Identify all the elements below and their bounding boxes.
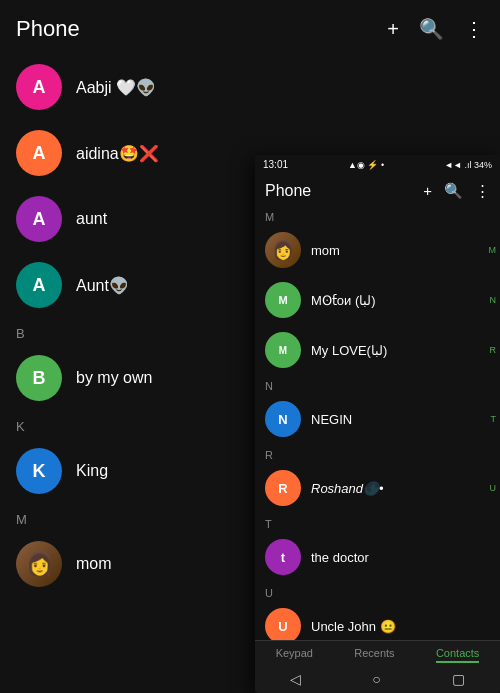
status-icons: ▲◉ ⚡ • (348, 160, 384, 170)
tab-recents[interactable]: Recents (354, 647, 394, 663)
overlay-contact-name: My LOVE(لبا) (311, 343, 490, 358)
overlay-search-icon[interactable]: 🔍 (444, 182, 463, 200)
overlay-avatar: M (265, 282, 301, 318)
contact-name: by my own (76, 369, 152, 387)
overlay-bottom-nav: Keypad Recents Contacts ◁ ○ ▢ (255, 640, 500, 693)
overlay-section-t: T (255, 513, 500, 532)
header-icons: + 🔍 ⋮ (387, 17, 484, 41)
list-item[interactable]: M Mʘƭoи (لبا) N (255, 275, 500, 325)
avatar: B (16, 355, 62, 401)
android-nav-bar: ◁ ○ ▢ (255, 667, 500, 693)
avatar: A (16, 262, 62, 308)
list-item[interactable]: R Roshand🌑• U (255, 463, 500, 513)
overlay-contact-name: NEGIN (311, 412, 490, 427)
contact-name: mom (76, 555, 112, 573)
overlay-contact-list: M 👩 mom M M Mʘƭoи (لبا) N M My LOVE(لبا)… (255, 206, 500, 644)
add-icon[interactable]: + (387, 18, 399, 41)
overlay-contact-name: Roshand🌑• (311, 481, 490, 496)
overlay-title: Phone (265, 182, 423, 200)
battery-info: ◄◄ .ıl 34% (444, 160, 492, 170)
overlay-avatar: t (265, 539, 301, 575)
main-app-title: Phone (16, 16, 387, 42)
avatar: A (16, 196, 62, 242)
contact-name: King (76, 462, 108, 480)
status-time: 13:01 (263, 159, 288, 170)
overlay-contact-name: Uncle John 😐 (311, 619, 490, 634)
back-button[interactable]: ◁ (290, 671, 301, 687)
contact-name: Aunt👽 (76, 276, 129, 295)
overlay-more-icon[interactable]: ⋮ (475, 182, 490, 200)
list-item[interactable]: 👩 mom M (255, 225, 500, 275)
overlay-section-m: M (255, 206, 500, 225)
overlay-avatar: M (265, 332, 301, 368)
avatar: A (16, 64, 62, 110)
list-item[interactable]: N NEGIN T (255, 394, 500, 444)
contact-name: Aabji 🤍👽 (76, 78, 156, 97)
overlay-contact-name: the doctor (311, 550, 490, 565)
main-header: Phone + 🔍 ⋮ (0, 0, 500, 54)
overlay-contact-name: mom (311, 243, 490, 258)
overlay-avatar: U (265, 608, 301, 644)
status-bar: 13:01 ▲◉ ⚡ • ◄◄ .ıl 34% (255, 155, 500, 174)
avatar: K (16, 448, 62, 494)
contact-name: aunt (76, 210, 107, 228)
more-icon[interactable]: ⋮ (464, 17, 484, 41)
nav-tabs: Keypad Recents Contacts (255, 641, 500, 667)
tab-contacts[interactable]: Contacts (436, 647, 479, 663)
avatar: 👩 (16, 541, 62, 587)
overlay-section-r: R (255, 444, 500, 463)
search-icon[interactable]: 🔍 (419, 17, 444, 41)
overlay-header-icons: + 🔍 ⋮ (423, 182, 490, 200)
recents-button[interactable]: ▢ (452, 671, 465, 687)
list-item[interactable]: M My LOVE(لبا) R (255, 325, 500, 375)
overlay-avatar: R (265, 470, 301, 506)
overlay-add-icon[interactable]: + (423, 182, 432, 200)
list-item[interactable]: t the doctor (255, 532, 500, 582)
home-button[interactable]: ○ (372, 671, 380, 687)
avatar: A (16, 130, 62, 176)
list-item[interactable]: A Aabji 🤍👽 (0, 54, 500, 120)
overlay-avatar: 👩 (265, 232, 301, 268)
contact-name: aidina🤩❌ (76, 144, 159, 163)
overlay-avatar: N (265, 401, 301, 437)
overlay-section-n: N (255, 375, 500, 394)
list-item[interactable]: U Uncle John 😐 (255, 601, 500, 644)
overlay-contact-name: Mʘƭoи (لبا) (311, 293, 490, 308)
tab-keypad[interactable]: Keypad (276, 647, 313, 663)
overlay-header: Phone + 🔍 ⋮ (255, 174, 500, 206)
overlay-section-u: U (255, 582, 500, 601)
overlay-phone: 13:01 ▲◉ ⚡ • ◄◄ .ıl 34% Phone + 🔍 ⋮ M 👩 … (255, 155, 500, 693)
